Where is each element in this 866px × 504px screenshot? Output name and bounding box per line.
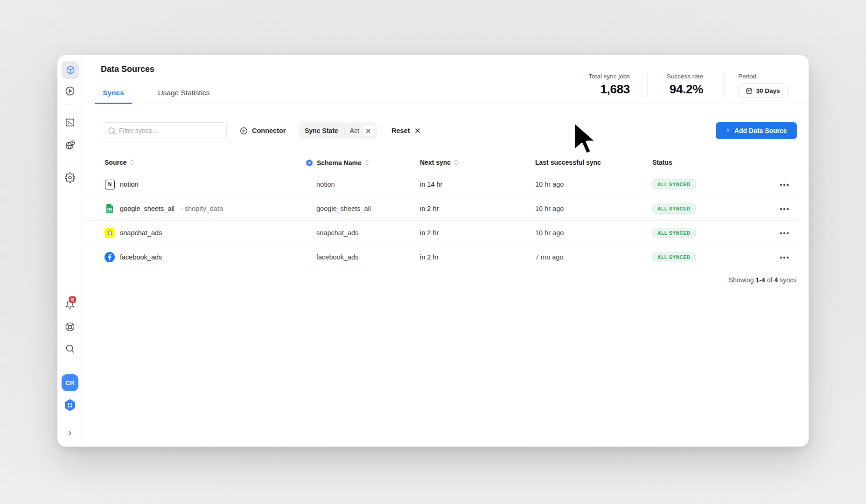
last-sync-cell: 7 mo ago [535,245,563,269]
sync-state-clear-button[interactable] [363,125,374,136]
destination-hexagon-icon [305,159,314,167]
gear-icon [65,172,76,183]
row-menu-button[interactable]: ••• [775,221,794,245]
syncs-label: syncs [780,276,796,284]
filter-syncs-input[interactable] [102,123,226,139]
column-header-schema-name[interactable]: Schema Name [305,159,369,167]
sidebar: 6 CR [57,55,83,447]
sidebar-item-runs[interactable] [64,85,76,97]
sidebar-item-search[interactable] [65,343,75,354]
source-name: facebook_ads [120,253,162,261]
google-sheets-icon [105,203,115,214]
table-row[interactable]: snapchat_ads snapchat_ads in 2 hr 10 hr … [83,221,798,245]
table-row[interactable]: facebook_ads facebook_ads in 2 hr 7 mo a… [83,245,798,269]
chevron-right-icon [66,429,74,437]
last-sync-cell: 10 hr ago [535,196,564,221]
stat-divider [647,74,648,98]
status-badge: ALL SYNCED [652,203,696,214]
plus-icon: + [726,126,730,134]
add-data-source-button[interactable]: + Add Data Source [716,122,797,139]
status-cell: ALL SYNCED [652,196,696,221]
schema-cell: google_sheets_all [316,196,371,221]
column-label: Status [652,159,672,166]
next-sync-cell: in 2 hr [420,245,439,269]
pagination-summary: Showing 1-4 of 4 syncs [729,276,796,284]
search-box [102,122,227,139]
tab-usage-statistics[interactable]: Usage Statistics [145,89,223,104]
row-menu-button[interactable]: ••• [775,196,794,221]
source-cell: N notion [105,172,145,196]
sync-state-value: Act [345,127,363,134]
search-icon [107,126,116,135]
column-header-last-successful-sync: Last successful sync [535,159,601,166]
schema-cell: facebook_ads [316,245,358,269]
sort-icon [454,159,458,166]
source-cell: snapchat_ads [105,221,168,245]
sidebar-collapse-button[interactable] [66,429,74,437]
sidebar-item-settings[interactable] [65,172,76,183]
connector-filter-button[interactable]: Connector [236,122,290,139]
column-label: Next sync [420,159,451,166]
sidebar-item-help[interactable] [65,322,76,332]
sidebar-item-history[interactable] [64,140,76,151]
tab-syncs[interactable]: Syncs [95,89,132,104]
last-sync-cell: 10 hr ago [535,172,564,196]
stat-divider [724,74,725,98]
sync-state-filter[interactable]: Sync State Act [299,122,377,139]
status-badge: ALL SYNCED [652,179,696,189]
stat-label: Total sync jobs [559,73,630,80]
reset-filters-button[interactable]: Reset [391,122,420,139]
column-header-next-sync[interactable]: Next sync [420,159,458,166]
close-icon [366,128,371,133]
column-header-source[interactable]: Source [105,159,134,166]
source-name: google_sheets_all [120,205,175,212]
stat-value: 1,683 [559,82,630,97]
row-menu-button[interactable]: ••• [775,245,794,269]
sidebar-user-avatar[interactable]: CR [62,374,78,391]
source-cell: google_sheets_all - shopify_data [105,196,223,221]
sidebar-divider [61,162,79,162]
connector-label: Connector [252,127,286,134]
stat-value: 94.2% [652,82,703,97]
period-selector-button[interactable]: 30 Days [738,84,788,98]
snapchat-icon [105,228,115,238]
stat-label: Success rate [652,73,703,80]
notion-icon: N [105,179,115,189]
table-row[interactable]: google_sheets_all - shopify_data google_… [83,196,798,221]
schema-cell: notion [316,172,335,196]
column-label: Schema Name [317,159,362,167]
table-row[interactable]: N notion notion in 14 hr 10 hr ago ALL S… [83,172,798,196]
next-sync-cell: in 2 hr [420,221,439,245]
globe-history-icon [64,140,76,151]
source-cell: facebook_ads [105,245,168,269]
showing-range: 1-4 [755,276,765,284]
active-tab-underline [95,103,132,104]
column-header-status: Status [652,159,672,166]
calendar-icon [746,87,753,94]
stat-success-rate: Success rate 94.2% [652,73,703,97]
sidebar-item-terminal[interactable] [65,117,76,128]
life-buoy-icon [65,322,76,332]
avatar: CR [62,374,78,391]
filter-toolbar: Connector Sync State Act Reset + Add Dat… [83,122,809,139]
status-cell: ALL SYNCED [652,172,696,196]
sidebar-divider [61,105,79,105]
row-menu-button[interactable]: ••• [775,172,794,196]
desktop-background: { "header": { "title": "Data Sources", "… [0,0,866,504]
status-badge: ALL SYNCED [652,228,696,238]
source-name: snapchat_ads [120,229,162,237]
page-title: Data Sources [101,64,154,74]
app-window: 6 CR [57,55,809,447]
sync-state-label: Sync State [299,127,344,134]
period-section: Period 30 Days [738,73,788,98]
play-circle-icon [64,85,76,97]
sidebar-item-workspace[interactable] [63,398,77,412]
next-sync-cell: in 14 hr [420,172,442,196]
terminal-icon [65,117,76,128]
source-suffix: - shopify_data [181,205,223,212]
next-sync-cell: in 2 hr [420,196,439,221]
schema-cell: snapchat_ads [316,221,358,245]
sidebar-item-data-sources[interactable] [62,61,79,79]
source-name: notion [120,181,139,188]
status-badge: ALL SYNCED [652,252,696,262]
